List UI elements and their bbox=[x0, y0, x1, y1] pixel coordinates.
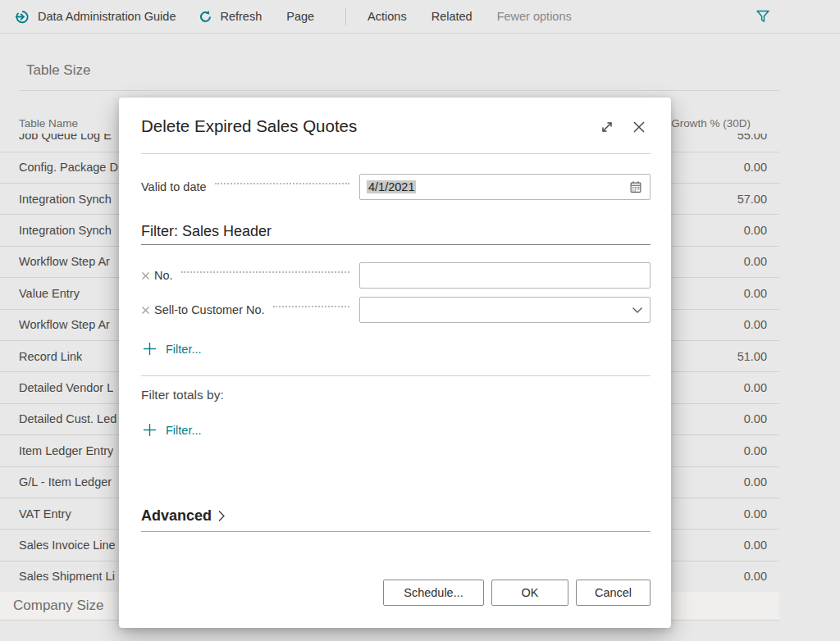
no-filter-input[interactable] bbox=[359, 262, 651, 289]
table-name-cell: Integration Synch bbox=[19, 224, 112, 237]
table-name-cell: Sales Shipment Li bbox=[19, 570, 115, 583]
growth-cell: 0.00 bbox=[744, 539, 767, 552]
dialog-button-row: Schedule... OK Cancel bbox=[383, 580, 651, 606]
add-filter-label: Filter... bbox=[166, 343, 202, 356]
calendar-icon[interactable] bbox=[628, 180, 643, 194]
related-menu[interactable]: Related bbox=[431, 10, 472, 23]
table-name-cell: Workflow Step Ar bbox=[19, 255, 110, 268]
fewer-options-button[interactable]: Fewer options bbox=[497, 10, 572, 23]
growth-cell: 0.00 bbox=[744, 475, 767, 489]
page-title: Data Administration Guide bbox=[38, 10, 176, 23]
table-name-cell: Sales Invoice Line bbox=[19, 539, 116, 552]
related-menu-label: Related bbox=[431, 10, 472, 23]
table-name-cell: Integration Synch bbox=[19, 193, 112, 206]
page-title-item[interactable]: Data Administration Guide bbox=[15, 9, 176, 25]
company-size-section-title: Company Size bbox=[13, 598, 104, 614]
table-name-cell: G/L - Item Ledger bbox=[19, 475, 112, 489]
section-divider bbox=[20, 90, 779, 91]
advanced-underline bbox=[141, 531, 651, 532]
growth-cell: 0.00 bbox=[744, 507, 767, 521]
valid-to-date-label: Valid to date bbox=[141, 180, 207, 193]
add-totals-filter-link[interactable]: Filter... bbox=[143, 423, 202, 437]
filter-section-heading: Filter: Sales Header bbox=[141, 223, 272, 240]
growth-cell: 57.00 bbox=[737, 193, 767, 206]
delete-expired-sales-quotes-dialog: Delete Expired Sales Quotes Valid to dat… bbox=[119, 98, 671, 628]
growth-cell: 0.00 bbox=[744, 161, 767, 174]
sell-to-customer-filter-row: Sell-to Customer No. bbox=[141, 297, 651, 323]
fewer-options-label: Fewer options bbox=[497, 10, 572, 23]
valid-to-date-value: 4/1/2021 bbox=[367, 180, 416, 193]
cancel-button[interactable]: Cancel bbox=[576, 580, 651, 606]
dotted-leader bbox=[215, 183, 349, 184]
remove-filter-icon[interactable] bbox=[141, 306, 150, 315]
table-name-cell: Config. Package D bbox=[19, 161, 118, 174]
advanced-expander[interactable]: Advanced bbox=[141, 507, 226, 525]
growth-cell: 51.00 bbox=[737, 350, 767, 363]
growth-cell: 0.00 bbox=[744, 224, 767, 237]
actions-menu-label: Actions bbox=[368, 10, 407, 23]
column-header-growth[interactable]: Growth % (30D) bbox=[671, 117, 767, 134]
dotted-leader bbox=[273, 306, 349, 307]
sell-to-customer-filter-label: Sell-to Customer No. bbox=[154, 303, 265, 316]
schedule-button[interactable]: Schedule... bbox=[383, 580, 484, 606]
table-name-cell: Detailed Vendor L bbox=[19, 381, 113, 394]
table-name-cell: Detailed Cust. Led bbox=[19, 412, 116, 425]
ok-button[interactable]: OK bbox=[491, 580, 568, 606]
growth-cell: 55.00 bbox=[737, 134, 767, 143]
add-totals-filter-label: Filter... bbox=[166, 424, 202, 437]
action-bar-divider bbox=[345, 7, 346, 25]
chevron-down-icon[interactable] bbox=[632, 307, 643, 314]
valid-to-date-row: Valid to date 4/1/2021 bbox=[141, 174, 651, 200]
table-name-cell: Workflow Step Ar bbox=[19, 318, 110, 331]
add-filter-link[interactable]: Filter... bbox=[143, 342, 202, 356]
growth-cell: 0.00 bbox=[744, 318, 767, 331]
growth-cell: 0.00 bbox=[744, 255, 767, 268]
filter-pane-icon[interactable] bbox=[755, 8, 771, 25]
refresh-icon bbox=[199, 10, 212, 24]
close-dialog-icon[interactable] bbox=[631, 119, 647, 135]
title-divider bbox=[141, 153, 651, 154]
remove-filter-icon[interactable] bbox=[141, 271, 150, 280]
growth-cell: 0.00 bbox=[744, 570, 767, 583]
filter-section-underline bbox=[141, 244, 651, 245]
refresh-button[interactable]: Refresh bbox=[199, 10, 262, 24]
sell-to-customer-filter-input[interactable] bbox=[359, 297, 651, 323]
expand-dialog-icon[interactable] bbox=[600, 120, 614, 134]
dialog-title: Delete Expired Sales Quotes bbox=[141, 116, 357, 137]
dotted-leader bbox=[181, 271, 349, 273]
sign-in-icon bbox=[15, 9, 30, 25]
table-name-cell: VAT Entry bbox=[19, 507, 71, 521]
table-size-section-title: Table Size bbox=[26, 62, 90, 79]
growth-cell: 0.00 bbox=[744, 444, 767, 457]
plus-icon bbox=[143, 423, 157, 437]
table-name-cell: Item Ledger Entry bbox=[19, 444, 113, 457]
plus-icon bbox=[143, 342, 157, 356]
growth-cell: 0.00 bbox=[744, 381, 767, 394]
page-menu[interactable]: Page bbox=[286, 10, 314, 23]
table-name-cell: Value Entry bbox=[19, 287, 80, 300]
no-filter-label: No. bbox=[154, 269, 173, 282]
table-name-cell: Job Queue Log E bbox=[19, 134, 112, 143]
refresh-label: Refresh bbox=[220, 10, 262, 23]
no-filter-row: No. bbox=[141, 262, 651, 289]
action-bar: Data Administration Guide Refresh Page A… bbox=[0, 0, 840, 34]
growth-cell: 0.00 bbox=[744, 412, 767, 425]
table-name-cell: Record Link bbox=[19, 350, 82, 363]
chevron-right-icon bbox=[217, 510, 226, 522]
column-header-table-name[interactable]: Table Name bbox=[19, 117, 78, 134]
advanced-label: Advanced bbox=[141, 507, 212, 525]
actions-menu[interactable]: Actions bbox=[368, 10, 407, 23]
page-menu-label: Page bbox=[286, 10, 314, 23]
growth-cell: 0.00 bbox=[744, 287, 767, 300]
filter-divider bbox=[141, 375, 651, 376]
filter-totals-heading: Filter totals by: bbox=[141, 388, 224, 402]
valid-to-date-input[interactable]: 4/1/2021 bbox=[359, 174, 651, 200]
